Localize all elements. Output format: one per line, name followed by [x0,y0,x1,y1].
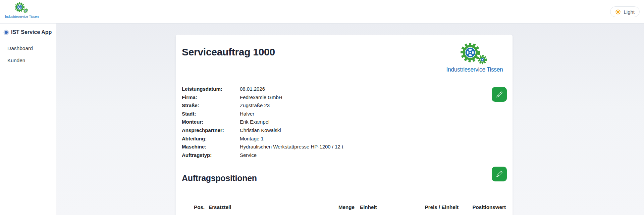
field-value: Fedrexamle GmbH [240,93,282,102]
sidebar: IST Service App Dashboard Kunden [0,24,56,215]
field-label: Monteur: [182,118,240,126]
company-gears-icon [14,1,30,14]
col-header-ersatzteil: Ersatzteil [209,204,321,210]
field-row-abteilung: Abteilung: Montage 1 [182,135,343,143]
app-bullet-icon [5,31,8,34]
field-row-leistungsdatum: Leistungsdatum: 08.01.2026 [182,85,343,93]
sidebar-item-kunden[interactable]: Kunden [0,54,56,67]
table-header-row: Pos. Ersatzteil Menge Einheit Preis / Ei… [182,203,506,213]
field-value: Service [240,151,257,160]
field-label: Ansprechpartner: [182,126,240,135]
field-value: Christian Kowalski [240,126,281,135]
field-row-monteur: Monteur: Erik Exampel [182,118,343,126]
brand-text: Industrieservice Tissen [5,14,39,18]
edit-order-button[interactable] [492,87,507,102]
positions-table: Pos. Ersatzteil Menge Einheit Preis / Ei… [182,203,506,213]
app-root: Industrieservice Tissen Light IST Servic… [0,0,644,215]
col-header-menge: Menge [321,204,355,210]
top-header: Industrieservice Tissen Light [0,0,644,24]
company-logo-text: Industrieservice Tissen [446,66,503,73]
sun-icon [615,9,621,15]
field-value: Zugstraße 23 [240,101,270,110]
positions-section-title: Auftragspositionen [182,173,257,183]
sidebar-nav: Dashboard Kunden [0,42,56,67]
service-order-card: Serviceauftrag 1000 Industrieservice Tis… [176,35,513,215]
field-value: Montage 1 [240,135,264,143]
field-value: Hydraulischen Werkstattpresse HP-1200 / … [240,143,343,151]
sidebar-app-title[interactable]: IST Service App [0,24,56,35]
order-fields: Leistungsdatum: 08.01.2026 Firma: Fedrex… [182,85,343,159]
col-header-preis-einheit: Preis / Einheit [400,204,459,210]
field-row-maschine: Maschine: Hydraulischen Werkstattpresse … [182,143,343,151]
field-row-stadt: Stadt: Halver [182,110,343,118]
pencil-icon [496,171,502,177]
col-header-pos: Pos. [194,204,209,210]
sidebar-item-dashboard[interactable]: Dashboard [0,42,56,54]
header-brand[interactable]: Industrieservice Tissen [3,1,40,18]
field-row-auftragstyp: Auftragstyp: Service [182,151,343,160]
col-header-einheit: Einheit [355,204,400,210]
app-title-label: IST Service App [11,29,52,35]
company-logo: Industrieservice Tissen [441,41,508,73]
field-value: Erik Exampel [240,118,269,126]
col-header-positionswert: Positionswert [459,204,506,210]
page-title: Serviceauftrag 1000 [182,46,275,58]
theme-toggle-label: Light [624,9,635,15]
field-value: 08.01.2026 [240,85,265,93]
field-row-strasse: Straße: Zugstraße 23 [182,101,343,110]
field-label: Leistungsdatum: [182,85,240,93]
pencil-icon [496,91,502,97]
company-gears-icon [459,41,490,66]
field-label: Straße: [182,101,240,110]
field-label: Maschine: [182,143,240,151]
field-row-firma: Firma: Fedrexamle GmbH [182,93,343,102]
field-label: Firma: [182,93,240,102]
field-row-ansprechpartner: Ansprechpartner: Christian Kowalski [182,126,343,135]
field-label: Auftragstyp: [182,151,240,160]
theme-toggle-button[interactable]: Light [610,6,640,17]
edit-positions-button[interactable] [492,167,507,181]
field-value: Halver [240,110,254,118]
main-content: Serviceauftrag 1000 Industrieservice Tis… [56,24,644,215]
field-label: Stadt: [182,110,240,118]
field-label: Abteilung: [182,135,240,143]
